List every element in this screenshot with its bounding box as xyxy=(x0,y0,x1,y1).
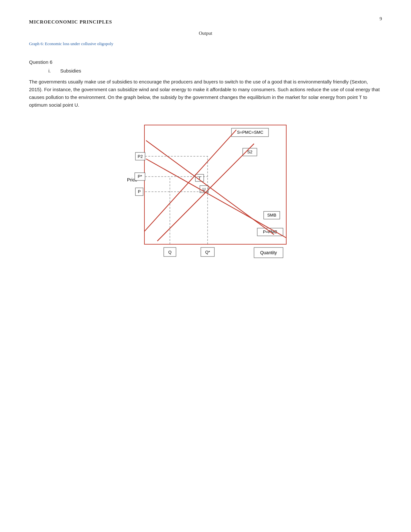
quantity-label: Quantity xyxy=(260,250,277,255)
header-title: MICROECONOMIC PRINCIPLES xyxy=(29,19,382,25)
p-star-label: P* xyxy=(138,174,142,179)
output-title: Output xyxy=(29,31,382,36)
subitem-i-label: Subsidies xyxy=(60,68,81,73)
p-label: P xyxy=(138,189,141,194)
question-heading: Question 6 xyxy=(29,59,382,65)
q-star-label: Q* xyxy=(205,250,210,255)
subitem-i-number: i. xyxy=(48,68,51,73)
chart-container: Price Quantity Q Q* P2 P* P S=PMC=SMC xyxy=(115,122,296,260)
body-text: The governments usually make use of subs… xyxy=(29,78,382,109)
chart-area: Price Quantity Q Q* P2 P* P S=PMC=SMC xyxy=(29,122,382,260)
q-label: Q xyxy=(168,250,171,255)
smb-label: SMB xyxy=(267,213,276,218)
p2-label: P2 xyxy=(138,154,143,159)
subitem-i: i. Subsidies xyxy=(48,68,382,73)
s-pmc-smc-label: S=PMC=SMC xyxy=(237,130,263,135)
page-number: 9 xyxy=(380,16,382,22)
economics-chart: Price Quantity Q Q* P2 P* P S=PMC=SMC xyxy=(115,122,296,260)
svg-rect-0 xyxy=(144,125,286,244)
graph-caption: Graph 6: Economic loss under collusive o… xyxy=(29,41,382,46)
